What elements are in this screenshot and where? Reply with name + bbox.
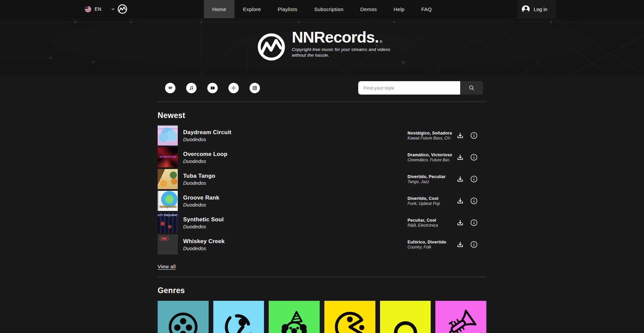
nav-item-faq[interactable]: FAQ <box>413 0 440 18</box>
search-icon <box>468 85 475 91</box>
genre-tile-jazz[interactable] <box>435 301 486 333</box>
download-icon[interactable] <box>456 131 464 140</box>
trumpet-icon <box>443 310 478 333</box>
nav-item-subscription[interactable]: Subscription <box>306 0 352 18</box>
album-art[interactable]: KAWAII HUNTERS <box>158 125 178 146</box>
spotify-icon[interactable] <box>165 83 175 93</box>
registered-trademark: ® <box>380 40 382 44</box>
genre-tile-electronic[interactable] <box>380 301 431 333</box>
search-input[interactable] <box>358 81 460 95</box>
track-artist: Duodedos <box>183 223 224 230</box>
us-flag-icon <box>85 6 91 12</box>
genres-heading: Genres <box>158 286 486 295</box>
genre-tile-cinematic[interactable] <box>158 301 209 333</box>
youtube-icon[interactable] <box>207 83 218 93</box>
album-art[interactable]: Velocity Waves <box>158 191 178 211</box>
track-row[interactable]: MOMENTUM Overcome Loop Duodedos Dramátic… <box>158 147 486 167</box>
clown-icon <box>277 310 312 333</box>
track-artist: Duodedos <box>183 202 219 208</box>
track-row[interactable]: GAS Whiskey Creek Duodedos Eufórico, Div… <box>158 234 486 255</box>
info-icon[interactable] <box>470 197 478 205</box>
genre-tiles <box>158 301 486 333</box>
album-art[interactable]: CITY FREQUENCY <box>158 213 178 233</box>
nav-item-playlists[interactable]: Playlists <box>269 0 306 18</box>
headphones-icon <box>388 310 423 333</box>
login-button[interactable]: Log in <box>517 0 556 18</box>
nav-item-explore[interactable]: Explore <box>234 0 269 18</box>
track-moods: Dramático, Victorioso <box>408 152 458 158</box>
main-nav: Home Explore Playlists Subscription Demo… <box>204 0 440 18</box>
social-search-row <box>158 81 486 95</box>
track-moods: Eufórico, Divertido <box>408 239 458 245</box>
download-icon[interactable] <box>456 175 464 183</box>
brand-logo-large-icon <box>257 32 286 62</box>
track-row[interactable]: KAWAII HUNTERS Daydream Circuit Duodedos… <box>158 125 486 146</box>
track-title: Daydream Circuit <box>183 129 231 136</box>
language-label: EN <box>95 6 101 12</box>
track-list: KAWAII HUNTERS Daydream Circuit Duodedos… <box>158 125 486 255</box>
download-icon[interactable] <box>456 197 464 205</box>
album-art[interactable]: GAS <box>158 234 178 255</box>
search-button[interactable] <box>460 81 483 95</box>
track-moods: Nostálgico, Soñadora <box>408 130 458 136</box>
track-title: Groove Rank <box>183 194 219 201</box>
download-icon[interactable] <box>456 219 464 227</box>
nav-item-demos[interactable]: Demos <box>352 0 385 18</box>
track-moods: Divertido, Peculiar <box>408 174 458 179</box>
top-navbar: EN Home Explore Playlists Subscription D… <box>0 0 644 18</box>
track-row[interactable]: Tuba Tango Duodedos Divertido, Peculiar … <box>158 169 486 189</box>
brand-tagline: Copyright-free music for your streams an… <box>292 47 390 58</box>
track-title: Tuba Tango <box>183 172 215 179</box>
track-artist: Duodedos <box>183 136 231 143</box>
hero-banner: NNRecords. ® Copyright-free music for yo… <box>0 18 644 75</box>
instagram-icon[interactable] <box>250 83 260 93</box>
info-icon[interactable] <box>470 175 478 183</box>
track-artist: Duodedos <box>183 158 227 164</box>
genre-tile-funny[interactable] <box>269 301 320 333</box>
download-icon[interactable] <box>456 153 464 161</box>
film-reel-icon <box>166 310 201 333</box>
track-moods: Divertido, Cool <box>408 196 458 201</box>
track-title: Synthetic Soul <box>183 216 224 223</box>
login-label: Log in <box>534 6 547 12</box>
newest-heading: Newest <box>158 111 486 120</box>
info-icon[interactable] <box>470 219 478 227</box>
album-art[interactable]: MOMENTUM <box>158 147 178 167</box>
track-title: Whiskey Creek <box>183 238 225 245</box>
ear-icon <box>221 310 256 333</box>
info-icon[interactable] <box>470 240 478 248</box>
album-art[interactable] <box>158 169 178 189</box>
divider <box>158 277 486 277</box>
tidal-icon[interactable] <box>228 83 239 93</box>
genre-tile-listening[interactable] <box>213 301 264 333</box>
nav-item-help[interactable]: Help <box>385 0 413 18</box>
language-selector[interactable]: EN <box>85 6 115 12</box>
track-moods: Peculiar, Cool <box>408 218 458 223</box>
track-title: Overcome Loop <box>183 151 227 158</box>
divider <box>158 102 486 102</box>
track-row[interactable]: CITY FREQUENCY Synthetic Soul Duodedos P… <box>158 213 486 233</box>
genre-tile-8bit[interactable] <box>324 301 375 333</box>
info-icon[interactable] <box>470 131 478 140</box>
pacman-icon <box>332 310 367 333</box>
social-links <box>165 83 260 93</box>
brand-logo-icon[interactable] <box>117 4 127 14</box>
track-artist: Duodedos <box>183 245 225 252</box>
track-artist: Duodedos <box>183 180 215 186</box>
search-bar <box>358 81 483 95</box>
info-icon[interactable] <box>470 153 478 161</box>
brand-wordmark: NNRecords. <box>292 28 379 46</box>
nav-item-home[interactable]: Home <box>204 0 235 18</box>
track-row[interactable]: Velocity Waves Groove Rank Duodedos Dive… <box>158 191 486 211</box>
chevron-down-icon <box>111 7 115 11</box>
main-content: Newest KAWAII HUNTERS Daydream Circuit D… <box>158 75 486 333</box>
apple-music-icon[interactable] <box>186 83 197 93</box>
view-all-link[interactable]: View all <box>158 264 176 269</box>
user-avatar-icon <box>522 5 530 13</box>
download-icon[interactable] <box>456 240 464 248</box>
